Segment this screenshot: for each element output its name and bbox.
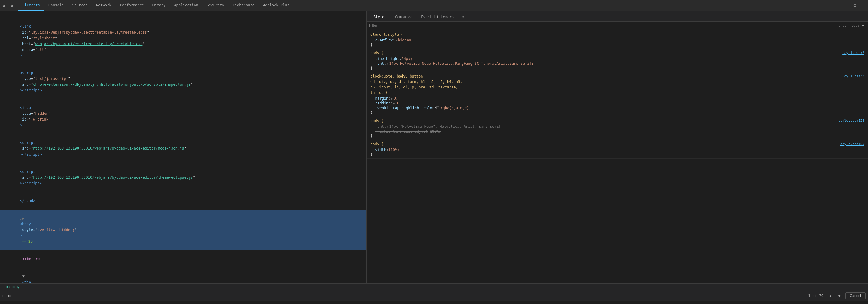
code-line-2[interactable]: <script type="text/javascript" src="chro…: [0, 65, 366, 99]
style-source-1[interactable]: layui.css:2: [842, 51, 864, 55]
style-rule-body-3: style.css:50 body { width : 100%; }: [367, 140, 868, 159]
expand-font-arrow[interactable]: ▶: [387, 62, 389, 65]
style-prop-padding: padding : ▶ 0;: [370, 101, 864, 106]
style-selector-body-2: style.css:126 body {: [370, 119, 864, 123]
color-swatch-rgba[interactable]: [436, 106, 439, 109]
breadcrumb-body[interactable]: body: [12, 285, 20, 289]
style-prop-line-height: line-height : 24px;: [370, 56, 864, 61]
styles-tabs: Styles Computed Event Listeners »: [367, 11, 868, 22]
tab-elements[interactable]: Elements: [18, 0, 44, 10]
style-prop-font-1: font : ▶ 14px Helvetica Neue,Helvetica,P…: [370, 61, 864, 66]
code-line-7-selected[interactable]: …▶ <body style="overflow: hidden;" > == …: [0, 209, 366, 250]
main-layout: <link id="layuicss-webjarsbycdao-uiexttr…: [0, 11, 868, 283]
style-selector-blockquote-4: th, ul {: [370, 91, 864, 95]
tab-lighthouse[interactable]: Lighthouse: [228, 0, 259, 10]
style-rule-body-1: layui.css:2 body { line-height : 24px; f…: [367, 49, 868, 72]
tab-application[interactable]: Application: [170, 0, 202, 10]
code-line-1[interactable]: <link id="layuicss-webjarsbycdao-uiexttr…: [0, 12, 366, 65]
devtools-topbar: ⊡ ⊟ Elements Console Sources Network Per…: [0, 0, 868, 11]
breadcrumb-html[interactable]: html: [2, 285, 10, 289]
style-rule-element: element.style { overflow : ▶ hidden; }: [367, 31, 868, 49]
devtools-icons: ⊡ ⊟: [1, 2, 15, 8]
styles-tab-more[interactable]: »: [458, 13, 469, 22]
tab-performance[interactable]: Performance: [116, 0, 148, 10]
search-cancel-btn[interactable]: Cancel: [845, 293, 866, 299]
style-selector-body-1: layui.css:2 body {: [370, 51, 864, 55]
expand-margin-arrow[interactable]: ▶: [391, 97, 393, 100]
tab-adblock[interactable]: Adblock Plus: [259, 0, 294, 10]
filter-input[interactable]: [369, 23, 837, 28]
topbar-right: ⚙ ⋮: [852, 1, 867, 9]
expand-arrow[interactable]: ▶: [396, 39, 397, 42]
tab-sources[interactable]: Sources: [68, 0, 92, 10]
expand-padding-arrow[interactable]: ▶: [393, 102, 395, 105]
device-icon[interactable]: ⊟: [9, 2, 15, 8]
add-style-btn[interactable]: +: [861, 23, 866, 28]
tab-memory[interactable]: Memory: [148, 0, 170, 10]
code-line-5[interactable]: <script src="http://192.168.13.190:50010…: [0, 163, 366, 192]
style-prop-width: width : 100%;: [370, 147, 864, 152]
filter-buttons: :hov .cls: [837, 23, 861, 28]
style-prop-webkit-tap: -webkit-tap-highlight-color : rgba(0,0,0…: [370, 106, 864, 110]
styles-tab-styles[interactable]: Styles: [369, 13, 391, 22]
style-selector-blockquote-2: dd, div, dl, dt, form, h1, h2, h3, h4, h…: [370, 80, 864, 84]
hov-filter-btn[interactable]: :hov: [837, 23, 848, 28]
style-rule-body-2: style.css:126 body { font : ▶ 14px "Helv…: [367, 117, 868, 140]
style-prop-margin: margin : ▶ 0;: [370, 96, 864, 101]
breadcrumb-bar: html body: [0, 283, 868, 290]
search-next-btn[interactable]: ▼: [836, 293, 843, 299]
style-source-2[interactable]: layui.css:2: [842, 74, 864, 78]
search-bar: 1 of 79 ▲ ▼ Cancel: [0, 290, 868, 301]
code-line-9[interactable]: ▼ <div class="sbu-header" id="sbu-header…: [0, 268, 366, 283]
code-line-4[interactable]: <script src="http://192.168.13.190:50010…: [0, 134, 366, 163]
style-source-4[interactable]: style.css:50: [840, 142, 864, 146]
inspect-icon[interactable]: ⊡: [1, 2, 7, 8]
style-prop-overflow: overflow : ▶ hidden;: [370, 38, 864, 43]
search-prev-btn[interactable]: ▲: [827, 293, 834, 299]
style-source-3[interactable]: style.css:126: [838, 119, 864, 123]
code-line-3[interactable]: <input type="hidden" id="_w_brink" >: [0, 99, 366, 134]
settings-icon[interactable]: ⚙: [852, 1, 858, 9]
tab-security[interactable]: Security: [203, 0, 228, 10]
styles-panel: Styles Computed Event Listeners » :hov .…: [367, 11, 868, 283]
code-line-6[interactable]: </head>: [0, 192, 366, 210]
style-prop-webkit-text: -webkit-text-size-adjust : 100%;: [370, 129, 864, 134]
style-selector-blockquote: layui.css:2 blockquote, body, button,: [370, 74, 864, 78]
search-input[interactable]: [2, 294, 806, 298]
style-selector-blockquote-3: h6, input, li, ol, p, pre, td, textarea,: [370, 85, 864, 89]
elements-panel[interactable]: <link id="layuicss-webjarsbycdao-uiexttr…: [0, 11, 367, 283]
filter-bar: :hov .cls +: [367, 22, 868, 29]
style-selector-element: element.style {: [370, 32, 864, 37]
style-selector-body-3: style.css:50 body {: [370, 142, 864, 146]
code-line-8[interactable]: ::before: [0, 250, 366, 268]
styles-content: element.style { overflow : ▶ hidden; } l…: [367, 29, 868, 283]
tab-bar: Elements Console Sources Network Perform…: [18, 0, 852, 10]
styles-tab-computed[interactable]: Computed: [391, 13, 417, 22]
cls-filter-btn[interactable]: .cls: [850, 23, 861, 28]
tab-console[interactable]: Console: [44, 0, 68, 10]
style-rule-blockquote: layui.css:2 blockquote, body, button, dd…: [367, 72, 868, 117]
tab-network[interactable]: Network: [92, 0, 116, 10]
more-icon[interactable]: ⋮: [860, 1, 867, 9]
style-prop-font-2: font : ▶ 14px "Helvetica Neue", Helvetic…: [370, 124, 864, 129]
expand-font2-arrow[interactable]: ▶: [387, 125, 389, 128]
search-count: 1 of 79: [808, 294, 824, 298]
styles-tab-event-listeners[interactable]: Event Listeners: [417, 13, 458, 22]
toggle-9[interactable]: ▼: [23, 274, 25, 278]
